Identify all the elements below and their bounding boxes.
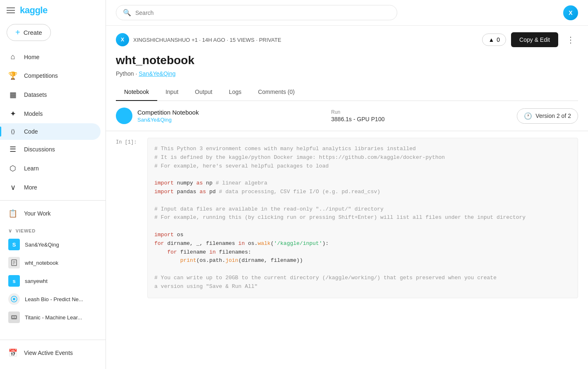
meta-actions: ▲ 0 Copy & Edit ⋮	[482, 32, 578, 47]
code-line: # For example, running this (by clicking…	[154, 213, 571, 222]
sidebar-nav: ⌂ Home 🏆 Competitions ▦ Datasets ✦ Model…	[0, 48, 106, 197]
sidebar-item-learn[interactable]: ⬡ Learn	[0, 159, 101, 178]
sidebar-item-home[interactable]: ⌂ Home	[0, 48, 101, 66]
sidebar-item-datasets[interactable]: ▦ Datasets	[0, 85, 101, 104]
tab-notebook[interactable]: Notebook	[116, 84, 157, 101]
sidebar-item-competitions[interactable]: 🏆 Competitions	[0, 66, 101, 85]
tab-input[interactable]: Input	[157, 84, 187, 101]
trophy-icon: 🏆	[8, 71, 17, 80]
code-line: a version using "Save & Run All"	[154, 283, 571, 291]
main-content: 🔍 X X XINGSHICHUANSHUO +1 · 14H AGO · 15…	[106, 0, 588, 369]
run-value: 3886.1s - GPU P100	[331, 116, 384, 122]
version-button[interactable]: 🕐 Version 2 of 2	[517, 108, 578, 124]
chevron-down-icon: ∨	[8, 228, 12, 234]
info-center: Run 3886.1s - GPU P100	[331, 109, 384, 122]
notebook-header: X XINGSHICHUANSHUO +1 · 14H AGO · 15 VIE…	[106, 26, 588, 101]
item-icon: S	[8, 239, 20, 250]
expand-icon: ∨	[8, 183, 17, 192]
notebook-icon	[8, 257, 20, 268]
tab-output[interactable]: Output	[187, 84, 221, 101]
sidebar-item-discussions[interactable]: ☰ Discussions	[0, 140, 101, 159]
svg-rect-6	[11, 315, 17, 319]
upvote-icon: ▲	[488, 36, 494, 43]
viewed-section: ∨ VIEWED S San&Ye&Qing wht_notebook s sa…	[0, 223, 106, 330]
code-line	[154, 196, 571, 205]
run-label: Run	[331, 109, 384, 115]
svg-rect-8	[14, 316, 16, 318]
svg-point-5	[13, 298, 15, 300]
code-line	[154, 222, 571, 231]
sidebar-item-models[interactable]: ✦ Models	[0, 104, 101, 123]
search-icon: 🔍	[123, 9, 131, 17]
notebook-info-author[interactable]: San&Ye&Qing	[137, 117, 199, 123]
code-line: import pandas as pd # data processing, C…	[154, 188, 571, 196]
viewed-label: ∨ VIEWED	[0, 226, 106, 235]
item-icon-2: s	[8, 275, 20, 287]
datasets-icon: ▦	[8, 90, 17, 99]
models-icon: ✦	[8, 109, 17, 118]
calendar-icon: 📅	[8, 348, 17, 357]
code-line	[154, 265, 571, 274]
search-bar[interactable]: 🔍	[116, 5, 397, 20]
sidebar-item-your-work[interactable]: 📋 Your Work	[0, 204, 101, 223]
info-type-block: Competition Notebook San&Ye&Qing	[137, 109, 199, 123]
competition-icon	[8, 293, 20, 305]
bottom-nav: 📅 View Active Events	[0, 340, 106, 362]
meta-text: XINGSHICHUANSHUO +1 · 14H AGO · 15 VIEWS…	[133, 37, 281, 43]
sidebar-item-view-active-events[interactable]: 📅 View Active Events	[0, 343, 101, 362]
more-options-button[interactable]: ⋮	[563, 33, 578, 46]
code-line: for dirname, _, filenames in os.walk('/k…	[154, 240, 571, 248]
clock-icon: 🕐	[524, 112, 532, 120]
notebook-meta: X XINGSHICHUANSHUO +1 · 14H AGO · 15 VIE…	[116, 32, 578, 47]
code-cell: In [1]: # This Python 3 environment come…	[116, 138, 578, 298]
svg-rect-7	[12, 316, 14, 318]
list-item[interactable]: Titanic - Machine Lear...	[0, 308, 106, 326]
cell-content: # This Python 3 environment comes with m…	[147, 138, 578, 298]
list-item[interactable]: Leash Bio - Predict Ne...	[0, 290, 106, 308]
discussions-icon: ☰	[8, 145, 17, 154]
code-line: # This Python 3 environment comes with m…	[154, 145, 571, 153]
avatar[interactable]: X	[563, 5, 578, 20]
notebook-type-label: Competition Notebook	[137, 109, 199, 116]
author-avatar: X	[116, 33, 129, 46]
tab-logs[interactable]: Logs	[221, 84, 250, 101]
code-line: for filename in filenames:	[154, 248, 571, 257]
list-item[interactable]: s sanyewht	[0, 272, 106, 290]
notebook-title: wht_notebook	[116, 54, 578, 67]
notebook-tabs: Notebook Input Output Logs Comments (0)	[116, 84, 578, 101]
meta-left: X XINGSHICHUANSHUO +1 · 14H AGO · 15 VIE…	[116, 33, 281, 46]
code-line: # For example, here's several helpful pa…	[154, 162, 571, 171]
create-button[interactable]: + Create	[7, 24, 51, 41]
code-line: import numpy as np # linear algebra	[154, 179, 571, 188]
titanic-icon	[8, 311, 20, 323]
kaggle-logo: kaggle	[20, 5, 48, 16]
code-line: # It is defined by the kaggle/python Doc…	[154, 153, 571, 162]
code-line: import os	[154, 231, 571, 240]
notebook-info-bar: Competition Notebook San&Ye&Qing Run 388…	[106, 101, 588, 131]
sidebar-header: kaggle	[0, 0, 106, 21]
code-line: # Input data files are available in the …	[154, 205, 571, 214]
search-input[interactable]	[135, 10, 390, 16]
learn-icon: ⬡	[8, 164, 17, 173]
code-area: In [1]: # This Python 3 environment come…	[106, 131, 588, 305]
vote-button[interactable]: ▲ 0	[482, 34, 506, 46]
sidebar-item-code[interactable]: ⟨⟩ Code	[0, 123, 101, 140]
sidebar: kaggle + Create ⌂ Home 🏆 Competitions ▦ …	[0, 0, 106, 369]
nav-divider	[0, 200, 106, 201]
your-work-icon: 📋	[8, 209, 17, 218]
list-item[interactable]: S San&Ye&Qing	[0, 235, 106, 254]
competition-notebook-dot	[116, 108, 132, 124]
sidebar-item-more[interactable]: ∨ More	[0, 178, 101, 197]
code-line	[154, 170, 571, 179]
hamburger-icon[interactable]	[7, 7, 15, 13]
tab-comments[interactable]: Comments (0)	[250, 84, 303, 101]
home-icon: ⌂	[8, 53, 17, 61]
topbar: 🔍 X	[106, 0, 588, 26]
copy-edit-button[interactable]: Copy & Edit	[511, 32, 558, 47]
code-line: # You can write up to 20GB to the curren…	[154, 274, 571, 283]
dataset-link[interactable]: San&Ye&Qing	[139, 70, 175, 77]
list-item[interactable]: wht_notebook	[0, 254, 106, 272]
info-left: Competition Notebook San&Ye&Qing	[116, 108, 199, 124]
cell-label: In [1]:	[116, 138, 141, 298]
plus-icon: +	[15, 28, 20, 37]
